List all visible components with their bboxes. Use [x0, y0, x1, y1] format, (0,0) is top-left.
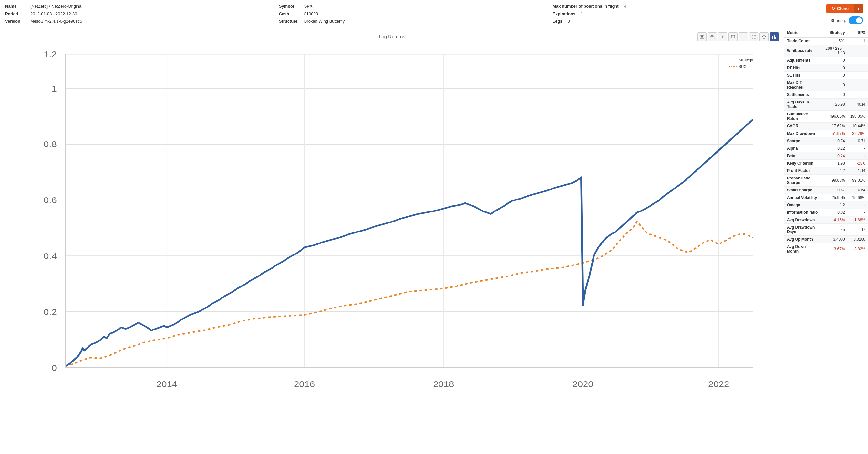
metric-strategy-value: -51.97% — [820, 130, 848, 137]
strategy-line-icon — [729, 60, 737, 60]
svg-line-3 — [713, 37, 714, 39]
table-row: Win/Loss rate266 / 235 = 1.13 — [784, 45, 868, 57]
table-row: Beta-0.24- — [784, 152, 868, 160]
table-row: Avg Drawdown-4.15%-1.68% — [784, 216, 868, 224]
svg-rect-6 — [732, 35, 735, 38]
legs-label: Legs — [553, 19, 562, 24]
metric-name: Cumulative Return — [784, 111, 820, 122]
sharing-toggle[interactable] — [848, 17, 863, 24]
home-icon — [762, 35, 766, 39]
metric-name: Avg Down Month — [784, 243, 820, 255]
max-positions-label: Max number of positions in flight — [553, 4, 618, 9]
minus-button[interactable]: − — [739, 32, 748, 41]
version-row: Version MesoSim-2.4.1-0-g2e90ec5 — [5, 19, 279, 24]
header-col-1: Name [NetZero] / NetZero-Original Period… — [5, 4, 279, 24]
camera-button[interactable] — [698, 32, 707, 41]
svg-rect-9 — [774, 35, 775, 39]
legend-strategy: Strategy — [729, 58, 753, 62]
metric-strategy-value: 45 — [820, 224, 848, 236]
table-row: PT Hits0 — [784, 64, 868, 72]
table-row: Smart Sharpe0.670.64 — [784, 187, 868, 194]
bar-chart-icon — [772, 35, 777, 39]
chart-area: + − — [0, 28, 784, 441]
metric-name: CAGR — [784, 122, 820, 130]
metrics-body: Trade Count5011Win/Loss rate266 / 235 = … — [784, 37, 868, 255]
table-row: Max Drawdown-51.97%-32.79% — [784, 130, 868, 137]
metrics-panel: Metric Strategy SPX Trade Count5011Win/L… — [784, 28, 868, 441]
table-row: Avg Down Month-3.67%-3.82% — [784, 243, 868, 255]
metric-strategy-value: 17.62% — [820, 122, 848, 130]
bar-chart-button[interactable] — [770, 32, 779, 41]
legs-row: Legs 3 — [553, 19, 826, 24]
version-value: MesoSim-2.4.1-0-g2e90ec5 — [30, 19, 82, 24]
table-row: Alpha0.22- — [784, 145, 868, 152]
symbol-label: Symbol — [279, 4, 302, 9]
svg-text:2022: 2022 — [708, 379, 729, 389]
expirations-value: 1 — [581, 11, 583, 16]
cash-row: Cash $10000 — [279, 11, 553, 16]
table-row: Information ratio0.02- — [784, 209, 868, 216]
period-label: Period — [5, 11, 28, 16]
table-row: Avg Drawdown Days4517 — [784, 224, 868, 236]
cash-label: Cash — [279, 11, 302, 16]
metric-strategy-value: 0 — [820, 91, 848, 98]
strategy-label: Strategy — [739, 58, 753, 62]
table-row: Omega1.2- — [784, 201, 868, 209]
box-select-button[interactable] — [728, 32, 738, 41]
camera-icon — [700, 35, 704, 39]
metric-spx-value — [848, 57, 868, 64]
metric-strategy-value: 501 — [820, 37, 848, 45]
metric-strategy-value: 496.05% — [820, 111, 848, 122]
svg-text:0.4: 0.4 — [43, 251, 57, 261]
structure-value: Broken Wing Butterfly — [304, 19, 345, 24]
structure-row: Structure Broken Wing Butterfly — [279, 19, 553, 24]
expirations-row: Expirations 1 — [553, 11, 826, 16]
metric-name: Avg Days in Trade — [784, 98, 820, 111]
main-content: + − — [0, 28, 868, 441]
refresh-icon: ↻ — [832, 6, 835, 11]
home-button[interactable] — [760, 32, 769, 41]
legs-value: 3 — [568, 19, 570, 24]
zoom-button[interactable] — [708, 32, 717, 41]
chart-container[interactable]: 0 0.2 0.4 0.6 0.8 1 1.2 2014 2016 2018 2… — [5, 42, 779, 430]
metrics-table: Metric Strategy SPX Trade Count5011Win/L… — [784, 28, 868, 255]
metric-strategy-value: 1.2 — [820, 201, 848, 209]
metric-name: Beta — [784, 152, 820, 160]
clone-button[interactable]: ↻ Clone — [826, 4, 854, 13]
table-row: Profit Factor1.21.14 — [784, 167, 868, 175]
metric-spx-value: 15.68% — [848, 194, 868, 201]
metric-spx-value: - — [848, 209, 868, 216]
sharing-label: Sharing: — [831, 18, 846, 23]
metric-strategy-value: 1.2 — [820, 167, 848, 175]
fullscreen-button[interactable] — [749, 32, 758, 41]
table-row: Probabilistic Sharpe99.88%99.01% — [784, 175, 868, 187]
table-row: Sharpe0.740.71 — [784, 137, 868, 145]
metric-spx-value — [848, 79, 868, 91]
clone-arrow-button[interactable]: ▾ — [854, 4, 863, 13]
metric-name: Probabilistic Sharpe — [784, 175, 820, 187]
metric-spx-value — [848, 45, 868, 57]
svg-point-1 — [702, 36, 703, 38]
metric-name: Omega — [784, 201, 820, 209]
metric-spx-value: 0.64 — [848, 187, 868, 194]
col-strategy-header: Strategy — [820, 28, 848, 37]
metric-strategy-value: -4.15% — [820, 216, 848, 224]
metric-name: Profit Factor — [784, 167, 820, 175]
svg-text:0.6: 0.6 — [43, 196, 57, 205]
metric-strategy-value: 25.99% — [820, 194, 848, 201]
metric-name: SL Hits — [784, 72, 820, 79]
metric-name: Kelly Criterion — [784, 160, 820, 167]
clone-label: Clone — [837, 6, 848, 11]
metric-strategy-value: -3.67% — [820, 243, 848, 255]
period-row: Period 2012-01-03 - 2022-12-30 — [5, 11, 279, 16]
metric-name: Max DIT Reaches — [784, 79, 820, 91]
plus-button[interactable]: + — [718, 32, 727, 41]
svg-text:2014: 2014 — [156, 379, 177, 389]
clone-btn-group[interactable]: ↻ Clone ▾ — [826, 4, 863, 13]
metric-name: Avg Drawdown — [784, 216, 820, 224]
symbol-row: Symbol SPX — [279, 4, 553, 9]
chart-legend: Strategy SPX — [729, 58, 753, 69]
expirations-label: Expirations — [553, 11, 576, 16]
metric-strategy-value: 0 — [820, 64, 848, 72]
box-select-icon — [731, 35, 735, 39]
